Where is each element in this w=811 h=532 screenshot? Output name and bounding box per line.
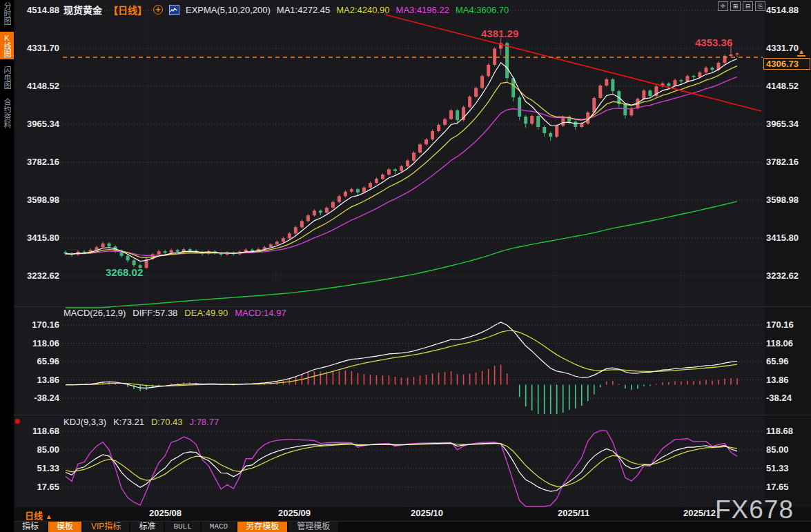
sidebar-item-lightning[interactable]: 闪电图 (0, 64, 14, 91)
symbol-name: 现货黄金 (63, 3, 102, 17)
kdj-d-value: D:70.43 (151, 417, 183, 427)
kdj-k-value: K:73.21 (113, 417, 144, 427)
chart-toolbar-icons: ✛⊞⊟⎘ (718, 1, 765, 11)
macd-value: MACD:14.97 (235, 308, 286, 318)
macd-diff-value: DIFF:57.38 (133, 308, 177, 318)
tab-vip-indicators[interactable]: VIP指标 (83, 522, 129, 532)
trading-app-window: 分时图 K线图 闪电图 合约资料 现货黄金 【日线】 + EXPMA(5,10,… (0, 0, 811, 532)
chart-type-icon[interactable] (169, 5, 179, 15)
macd-dea-value: DEA:49.90 (184, 308, 228, 318)
latest-price-arrow-icon[interactable]: ▲ (797, 48, 805, 57)
sidebar-item-timeshare[interactable]: 分时图 (0, 0, 14, 27)
last-price-badge: 4306.73 (763, 58, 810, 70)
tab-indicators[interactable]: 指标 (14, 522, 47, 532)
period-selector[interactable]: 日线 ▲ (25, 509, 52, 522)
sidebar-item-kline[interactable]: K线图 (0, 32, 14, 59)
kdj-title: KDJ(9,3,3) (63, 417, 106, 427)
kdj-panel-header: KDJ(9,3,3) K:73.21 D:70.43 J:78.77 (63, 417, 219, 427)
tab-template[interactable]: 模板 (48, 522, 81, 532)
macd-title: MACD(26,12,9) (63, 308, 126, 318)
period-arrow-icon: ▲ (46, 513, 52, 520)
ma3-value: MA3:4196.22 (396, 5, 449, 15)
pane-split-icon[interactable]: ⊟ (743, 1, 753, 11)
recent-high-annotation: 4353.36 (695, 37, 732, 48)
ma2-value: MA2:4240.90 (336, 5, 389, 15)
tab-standard[interactable]: 标准 (130, 522, 164, 532)
indicator-settings-icon[interactable]: ✹ (14, 417, 21, 426)
timeline-row (14, 507, 811, 521)
tab-manage-template[interactable]: 管理模板 (289, 522, 338, 532)
tab-bull[interactable]: BULL (165, 522, 199, 532)
expma-label: EXPMA(5,10,20,200) (186, 5, 271, 15)
ma4-value: MA4:3606.70 (456, 5, 509, 15)
peak-high-annotation: 4381.29 (481, 28, 518, 39)
period-text: 日线 (25, 511, 43, 521)
ma1-value: MA1:4272.45 (277, 5, 330, 15)
pane-exit-icon[interactable]: ⎘ (755, 1, 765, 11)
period-tag[interactable]: 【日线】 (108, 3, 147, 17)
add-indicator-icon[interactable]: + (153, 5, 163, 14)
bottom-toolbar: 指标 模板 VIP指标 标准 BULL MACD 另存模板 管理模板 (14, 521, 811, 532)
kdj-j-value: J:78.77 (190, 417, 219, 427)
sidebar-item-contract-info[interactable]: 合约资料 (0, 96, 14, 130)
chart-header: 现货黄金 【日线】 + EXPMA(5,10,20,200) MA1:4272.… (63, 3, 509, 16)
tab-save-template[interactable]: 另存模板 (237, 522, 287, 532)
macd-panel-header: MACD(26,12,9) DIFF:57.38 DEA:49.90 MACD:… (63, 308, 286, 318)
tab-macd[interactable]: MACD (202, 522, 236, 532)
pane-maximize-icon[interactable]: ⊞ (730, 1, 741, 11)
fx678-watermark: FX678 (715, 495, 794, 524)
sidebar: 分时图 K线图 闪电图 合约资料 (0, 0, 14, 532)
swing-low-annotation: 3268.02 (106, 266, 143, 278)
move-icon[interactable]: ✛ (718, 1, 728, 11)
